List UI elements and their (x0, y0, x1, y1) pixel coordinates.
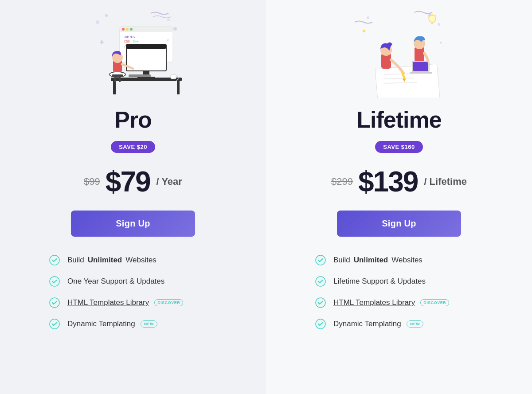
svg-text:✦: ✦ (439, 40, 442, 45)
svg-point-7 (126, 28, 129, 31)
lifetime-feature-templates: HTML Templates Library DISCOVER (315, 297, 483, 308)
svg-point-2 (167, 19, 170, 21)
check-icon-1 (49, 254, 60, 266)
svg-text:<HTML>: <HTML> (124, 35, 135, 39)
pro-period: / Year (156, 176, 182, 187)
lifetime-panel: ✦ ✦ Lifetime SAVE $160 $299 $139 / Lifet… (266, 0, 532, 394)
lifetime-feature-text-3: HTML Templates Library DISCOVER (333, 298, 449, 307)
lifetime-price-row: $299 $139 / Lifetime (331, 165, 467, 198)
svg-rect-28 (171, 74, 176, 79)
svg-text:✦: ✦ (361, 27, 367, 35)
pro-new-badge: NEW (141, 320, 158, 328)
pro-plan-name: Pro (114, 106, 152, 133)
pro-original-price: $99 (84, 176, 100, 187)
svg-rect-24 (114, 77, 116, 82)
pro-price-row: $99 $79 / Year (84, 165, 182, 198)
svg-rect-25 (119, 77, 121, 82)
check-icon-7 (315, 297, 326, 308)
lifetime-templates-link[interactable]: HTML Templates Library (333, 298, 415, 307)
svg-text:×: × (166, 37, 169, 43)
svg-point-6 (122, 28, 125, 31)
svg-text:CSS: CSS (124, 40, 130, 43)
svg-rect-39 (375, 64, 441, 98)
pro-feature-text-2: One Year Support & Updates (67, 277, 164, 286)
svg-point-8 (130, 28, 133, 31)
svg-rect-51 (410, 72, 432, 74)
lifetime-features-list: Build Unlimited Websites Lifetime Suppor… (315, 254, 483, 330)
lifetime-current-price: $139 (358, 165, 418, 198)
pro-current-price: $79 (106, 165, 150, 198)
check-icon-8 (315, 318, 326, 330)
lifetime-feature-unlimited: Build Unlimited Websites (315, 254, 483, 266)
lifetime-save-badge: SAVE $160 (375, 141, 422, 153)
pro-feature-templates: HTML Templates Library DISCOVER (49, 297, 217, 308)
pro-dynamic-label: Dynamic Templating (67, 320, 135, 328)
lifetime-illustration: ✦ ✦ (350, 9, 448, 98)
lifetime-signup-button[interactable]: Sign Up (337, 211, 461, 237)
svg-text:C++: C++ (133, 40, 139, 43)
lifetime-period: / Lifetime (424, 176, 467, 187)
pricing-container: <HTML> CSS C++ // code .class {} (0, 0, 532, 394)
lifetime-feature-text-1: Build Unlimited Websites (333, 256, 422, 265)
svg-point-1 (105, 14, 108, 17)
pro-feature-text-3: HTML Templates Library DISCOVER (67, 298, 183, 307)
lifetime-original-price: $299 (331, 176, 353, 187)
lifetime-new-badge: NEW (407, 320, 424, 328)
lifetime-plan-name: Lifetime (356, 106, 441, 133)
lifetime-feature-support: Lifetime Support & Updates (315, 276, 483, 287)
svg-point-3 (173, 27, 177, 31)
check-icon-6 (315, 276, 326, 287)
svg-point-35 (367, 16, 369, 19)
lifetime-discover-badge: DISCOVER (420, 299, 449, 306)
svg-rect-15 (113, 81, 116, 94)
check-icon-4 (49, 318, 60, 330)
check-icon-2 (49, 276, 60, 287)
svg-point-37 (438, 23, 440, 26)
svg-text:+: + (100, 38, 104, 46)
pro-feature-text-4: Dynamic Templating NEW (67, 320, 157, 328)
lifetime-feature-text-4: Dynamic Templating NEW (333, 320, 423, 328)
check-icon-5 (315, 254, 326, 266)
pro-feature-unlimited: Build Unlimited Websites (49, 254, 217, 266)
pro-feature-dynamic: Dynamic Templating NEW (49, 318, 217, 330)
svg-point-38 (429, 15, 436, 22)
pro-features-list: Build Unlimited Websites One Year Suppor… (49, 254, 217, 330)
pro-panel: <HTML> CSS C++ // code .class {} (0, 0, 266, 394)
check-icon-3 (49, 297, 60, 308)
pro-templates-link[interactable]: HTML Templates Library (67, 298, 149, 307)
pro-discover-badge: DISCOVER (154, 299, 183, 306)
svg-rect-21 (129, 74, 151, 77)
svg-rect-23 (112, 74, 123, 77)
lifetime-feature-dynamic: Dynamic Templating NEW (315, 318, 483, 330)
lifetime-dynamic-label: Dynamic Templating (333, 320, 401, 328)
svg-rect-50 (413, 62, 428, 71)
pro-feature-support: One Year Support & Updates (49, 276, 217, 287)
pro-save-badge: SAVE $20 (111, 141, 155, 153)
pro-signup-button[interactable]: Sign Up (71, 211, 195, 237)
svg-rect-16 (177, 81, 180, 94)
svg-rect-18 (126, 44, 166, 49)
pro-illustration: <HTML> CSS C++ // code .class {} (84, 9, 182, 98)
svg-point-0 (96, 20, 99, 24)
pro-feature-text-1: Build Unlimited Websites (67, 256, 156, 265)
lifetime-feature-text-2: Lifetime Support & Updates (333, 277, 426, 286)
